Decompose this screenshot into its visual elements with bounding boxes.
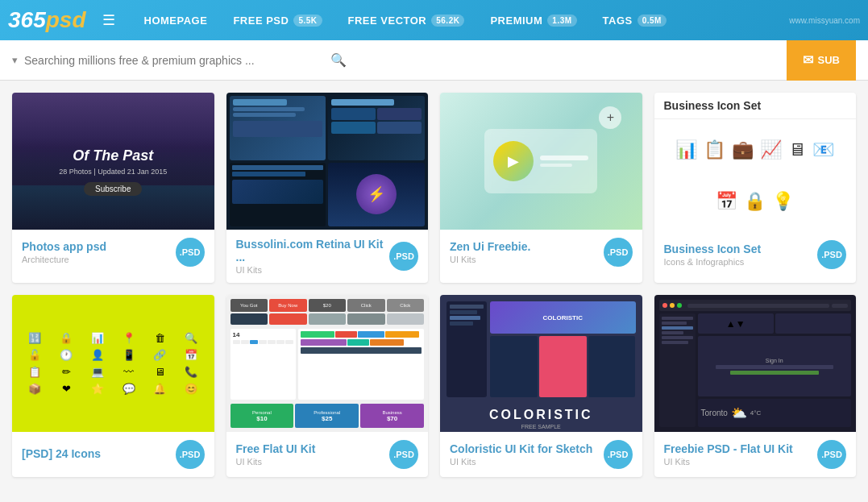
navbar: 365psd ☰ HOMEPAGE FREE PSD 5.5K FREE VEC… xyxy=(0,0,868,40)
nav-free-vector[interactable]: FREE VECTOR 56.2K xyxy=(335,0,478,40)
card8-category: UI Kits xyxy=(664,457,793,467)
card5-info: [PSD] 24 Icons .PSD xyxy=(12,432,214,477)
nav-right: www.missyuan.com xyxy=(789,16,860,25)
card2-title: Bussolini.com Retina UI Kit ... xyxy=(236,238,390,263)
search-bar: ▾ 🔍 ✉ SUB xyxy=(0,40,868,81)
watermark: www.missyuan.com xyxy=(789,16,860,25)
card-24-icons[interactable]: 🔢 🔒 📊 📍 🗑 🔍 🔓 🕐 👤 📱 🔗 📅 📋 ✏ 💻 〰 🖥 📞 📦 xyxy=(12,295,214,477)
nav-premium[interactable]: PREMIUM 1.3M xyxy=(477,0,589,40)
card3-info: Zen Ui Freebie. UI Kits .PSD xyxy=(440,230,642,275)
content-grid: Of The Past 28 Photos | Updated 21 Jan 2… xyxy=(0,81,868,489)
card6-title: Free Flat UI Kit xyxy=(236,442,316,455)
subscribe-button[interactable]: ✉ SUB xyxy=(787,40,856,81)
card6-category: UI Kits xyxy=(236,457,316,467)
subscribe-pill[interactable]: Subscribe xyxy=(84,182,142,196)
card1-thumb-sub: 28 Photos | Updated 21 Jan 2015 xyxy=(59,168,167,176)
card2-badge: .PSD xyxy=(389,242,418,271)
card4-title: Business Icon Set xyxy=(664,243,762,255)
chevron-down-icon: ▾ xyxy=(12,54,18,66)
card1-thumb-title: Of The Past xyxy=(73,147,153,164)
card2-info: Bussolini.com Retina UI Kit ... UI Kits … xyxy=(226,230,429,283)
card5-badge: .PSD xyxy=(176,440,205,469)
card-photos-app[interactable]: Of The Past 28 Photos | Updated 21 Jan 2… xyxy=(12,93,214,283)
coloristic-label: COLORISTIC xyxy=(440,408,642,422)
card-freebie-flat[interactable]: ▲ ▼ Sign In Toront xyxy=(654,295,857,477)
card-business-icons[interactable]: Business Icon Set 📊 📋 💼 📈 🖥 📧 📅 🔒 💡 Busi… xyxy=(654,93,857,283)
card2-category: UI Kits xyxy=(236,265,390,275)
search-input[interactable] xyxy=(24,54,330,67)
nav-homepage[interactable]: HOMEPAGE xyxy=(131,0,221,40)
card5-title: [PSD] 24 Icons xyxy=(22,447,101,460)
card1-title: Photos app psd xyxy=(22,240,106,253)
card-zen-ui[interactable]: ▶ + Zen Ui Freebie. UI Kits .PSD xyxy=(440,93,642,283)
card4-category: Icons & Infographics xyxy=(664,257,762,267)
nav-free-psd[interactable]: FREE PSD 5.5K xyxy=(220,0,334,40)
search-icon[interactable]: 🔍 xyxy=(330,52,347,68)
card1-category: Architecture xyxy=(22,255,106,264)
card7-category: UI Kits xyxy=(450,457,592,467)
card3-badge: .PSD xyxy=(604,238,633,267)
card8-title: Freebie PSD - Flat UI Kit xyxy=(664,442,793,455)
card6-info: Free Flat UI Kit UI Kits .PSD xyxy=(226,432,429,477)
card8-badge: .PSD xyxy=(817,440,846,469)
card1-info: Photos app psd Architecture .PSD xyxy=(12,230,214,275)
card8-info: Freebie PSD - Flat UI Kit UI Kits .PSD xyxy=(654,432,857,477)
search-dropdown[interactable]: ▾ xyxy=(12,54,18,66)
card4-section-title: Business Icon Set xyxy=(654,93,857,119)
card-bussolini[interactable]: ⚡ Bussolini.com Retina UI Kit ... UI Kit… xyxy=(226,93,429,283)
card7-info: Coloristic UI Kit for Sketch UI Kits .PS… xyxy=(440,432,642,477)
nav-tags[interactable]: TAGS 0.5M xyxy=(590,0,679,40)
email-icon: ✉ xyxy=(803,52,813,68)
card-flat-ui[interactable]: You Got Buy Now $20 Click Click 14 xyxy=(226,295,429,477)
card3-title: Zen Ui Freebie. xyxy=(450,240,530,253)
card7-title: Coloristic UI Kit for Sketch xyxy=(450,442,592,455)
card6-badge: .PSD xyxy=(389,440,418,469)
nav-links: HOMEPAGE FREE PSD 5.5K FREE VECTOR 56.2K… xyxy=(131,0,790,40)
card4-badge: .PSD xyxy=(817,240,846,269)
card4-info: Business Icon Set Icons & Infographics .… xyxy=(654,232,857,277)
card1-badge: .PSD xyxy=(176,238,205,267)
logo[interactable]: 365psd xyxy=(8,7,86,33)
card7-badge: .PSD xyxy=(604,440,633,469)
card-coloristic[interactable]: COLORISTIC COLORISTIC FREE SAMPLE xyxy=(440,295,642,477)
hamburger-menu[interactable]: ☰ xyxy=(102,11,115,29)
card3-category: UI Kits xyxy=(450,255,530,264)
